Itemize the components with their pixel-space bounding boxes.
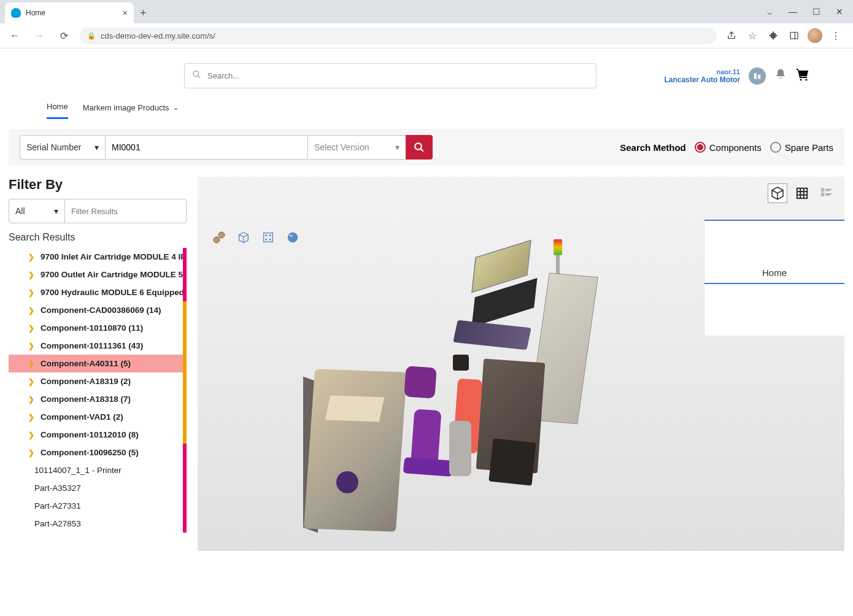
cart-icon[interactable] [795,67,810,85]
new-tab-button[interactable]: + [134,3,153,23]
search-bar-row: Serial Number ▾ Select Version ▾ Search … [9,129,844,166]
url-input[interactable]: 🔒 cds-demo-dev-ed.my.site.com/s/ [80,28,717,44]
browser-tab[interactable]: Home × [5,2,134,23]
viewer-panel: Home [198,177,844,551]
tree-item-label: Part-A35327 [34,483,81,493]
tree-item-label: 9700 Inlet Air Cartridge MODULE 4 IP52 [41,252,187,261]
radio-components[interactable]: Components [695,142,762,153]
sphere-tool-icon[interactable] [285,229,301,245]
expand-icon[interactable]: ❯ [28,342,34,350]
chevron-down-icon: ⌄ [173,104,179,112]
expand-icon[interactable]: ❯ [28,324,34,333]
expand-icon[interactable]: ❯ [28,431,34,439]
expand-icon[interactable]: ❯ [28,395,34,404]
chevron-down-icon[interactable]: ⌵ [761,3,778,20]
filter-type-dropdown[interactable]: Serial Number ▾ [20,135,106,160]
tree-item[interactable]: ❯9700 Outlet Air Cartridge MODULE 5 IP [9,266,187,283]
expand-icon[interactable]: ❯ [28,288,34,297]
status-bar [183,444,187,461]
tree-item[interactable]: 10114007_1_1 - Printer [9,461,187,479]
global-search[interactable] [184,63,596,88]
tree-item[interactable]: ❯9700 Inlet Air Cartridge MODULE 4 IP52 [9,248,187,266]
side-panel-icon[interactable] [787,28,801,43]
extensions-icon[interactable] [766,28,781,43]
star-icon[interactable]: ☆ [745,28,760,43]
tree-item[interactable]: Part-A27331 [9,497,187,515]
minimize-button[interactable]: — [784,3,801,20]
expand-icon[interactable]: ❯ [28,413,34,422]
results-tree: ❯9700 Inlet Air Cartridge MODULE 4 IP52❯… [9,248,187,533]
expand-icon[interactable]: ❯ [28,360,34,368]
account-text[interactable]: naor.11 Lancaster Auto Motor [664,68,740,84]
orbit-tool-icon[interactable] [211,229,227,245]
viewer-toolbar [211,229,301,245]
share-icon[interactable] [724,28,739,43]
tree-item-label: Component-10112010 (8) [41,430,139,439]
view-list-icon[interactable] [817,184,836,202]
status-bar [183,337,187,355]
tree-item[interactable]: Part-A27853 [9,515,187,533]
notifications-icon[interactable] [774,68,787,83]
caret-down-icon: ▾ [395,142,399,152]
close-window-button[interactable]: ✕ [831,3,848,20]
close-icon[interactable]: × [123,8,128,18]
expand-icon[interactable]: ❯ [28,449,34,457]
search-input[interactable] [207,71,589,80]
tree-item-label: 9700 Hydraulic MODULE 6 Equipped ( [41,288,187,297]
tree-item[interactable]: Part-A35327 [9,479,187,497]
tree-item[interactable]: ❯Component-10110870 (11) [9,319,187,337]
tree-item[interactable]: ❯Component-A18319 (2) [9,372,187,390]
search-button[interactable] [406,135,433,160]
serial-input[interactable] [106,135,308,160]
svg-point-8 [415,143,422,150]
window-controls: ⌵ — ☐ ✕ [761,0,853,23]
tree-item[interactable]: ❯Component-CAD00386069 (14) [9,301,187,319]
filter-results-input[interactable] [65,199,187,223]
menu-icon[interactable]: ⋮ [828,28,843,43]
tab-products[interactable]: Markem image Products ⌄ [83,102,179,119]
svg-rect-27 [269,239,271,241]
back-button[interactable]: ← [6,27,23,44]
svg-rect-4 [754,73,757,79]
tree-item-label: Component-VAD1 (2) [41,412,123,422]
view-3d-icon[interactable] [768,184,787,202]
address-bar: ← → ⟳ 🔒 cds-demo-dev-ed.my.site.com/s/ ☆… [0,23,853,48]
explode-tool-icon[interactable] [260,229,276,245]
maximize-button[interactable]: ☐ [808,3,825,20]
breadcrumb-home[interactable]: Home [704,220,844,284]
tree-item[interactable]: ❯Component-A40311 (5) [9,355,187,372]
cube-tool-icon[interactable] [236,229,252,245]
reload-button[interactable]: ⟳ [55,27,72,44]
view-grid-icon[interactable] [793,184,811,202]
expand-icon[interactable]: ❯ [28,271,34,279]
product-3d-view[interactable] [271,244,615,539]
status-bar [183,372,187,390]
tree-item-label: Component-10111361 (43) [41,341,143,350]
svg-rect-23 [264,233,273,242]
svg-line-3 [198,75,200,78]
tree-item-label: Part-A27331 [34,501,81,510]
tree-item[interactable]: ❯Component-10096250 (5) [9,444,187,461]
tree-item[interactable]: ❯Component-10112010 (8) [9,426,187,444]
version-dropdown[interactable]: Select Version ▾ [308,135,406,160]
nav-tabs: Home Markem image Products ⌄ [0,93,853,119]
status-bar [183,461,187,479]
filter-all-dropdown[interactable]: All ▾ [9,199,65,223]
svg-rect-18 [822,193,824,196]
tab-home[interactable]: Home [47,102,68,119]
expand-icon[interactable]: ❯ [28,306,34,315]
header: naor.11 Lancaster Auto Motor [0,48,853,93]
svg-rect-24 [265,234,267,236]
tree-item[interactable]: ❯Component-A18318 (7) [9,390,187,408]
expand-icon[interactable]: ❯ [28,253,34,261]
status-bar [183,266,187,283]
status-bar [183,390,187,408]
account-badge-icon[interactable] [749,67,766,85]
profile-avatar[interactable] [808,28,822,43]
tree-item[interactable]: ❯Component-10111361 (43) [9,337,187,355]
tree-item[interactable]: ❯9700 Hydraulic MODULE 6 Equipped ( [9,283,187,301]
radio-spare-parts[interactable]: Spare Parts [770,142,833,153]
tree-item[interactable]: ❯Component-VAD1 (2) [9,408,187,426]
expand-icon[interactable]: ❯ [28,377,34,386]
lock-icon: 🔒 [87,32,96,40]
